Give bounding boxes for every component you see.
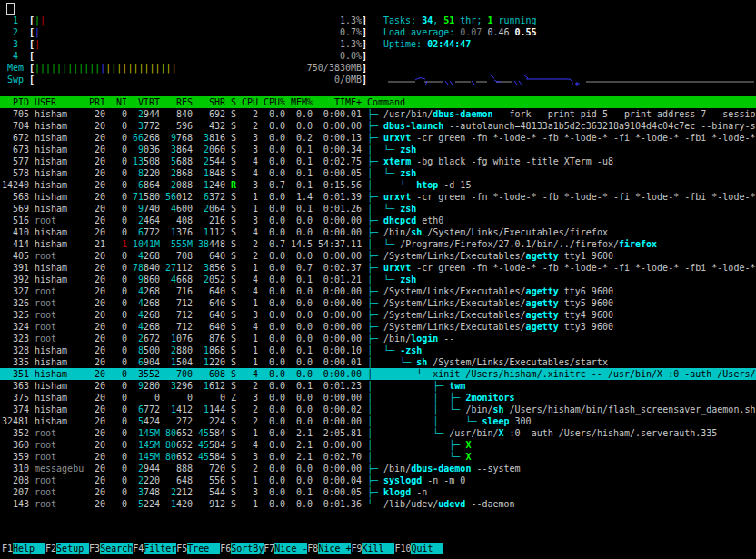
text-segment: S bbox=[231, 145, 236, 155]
column-header-cpup[interactable]: CPU% bbox=[264, 96, 285, 108]
process-row-351[interactable]: 351hisham2003552700608S40.00.00:00.00│ └… bbox=[0, 368, 756, 380]
cell-cpup: 0.0 bbox=[264, 108, 285, 120]
cell-cpu: 4 bbox=[242, 155, 258, 167]
process-row-705[interactable]: 705hisham2002944840692S20.00.00:00.01├─ … bbox=[0, 108, 756, 120]
process-row-578[interactable]: 578hisham200822028681848S40.00.10:00.05│… bbox=[0, 167, 756, 179]
column-header-pri[interactable]: PRI bbox=[89, 96, 105, 108]
process-row-375[interactable]: 375hisham200000Z30.00.00:00.00│ │ ├─ 2mo… bbox=[0, 392, 756, 404]
process-row-672[interactable]: 672hisham2006626897683816S30.00.20:00.13… bbox=[0, 132, 756, 144]
process-row-673[interactable]: 673hisham200903638642060S30.00.10:00.34│… bbox=[0, 144, 756, 155]
cpu2-meter-value: 0.7% bbox=[340, 26, 362, 38]
text-segment: -zsh bbox=[400, 345, 422, 355]
process-row-360[interactable]: 360root200145M8065245584S40.02.10:00.00│… bbox=[0, 439, 756, 451]
fn-f10-quit[interactable]: F10Quit bbox=[394, 543, 443, 554]
mem-meter-value: 750/3830MB bbox=[307, 62, 362, 74]
process-row-325[interactable]: 325root2004268712640S30.00.00:00.00├─ /S… bbox=[0, 309, 756, 321]
process-row-359[interactable]: 359root200145M8065245584S30.02.10:02.70│… bbox=[0, 451, 756, 463]
text-segment: 880 bbox=[176, 345, 193, 355]
process-row-208[interactable]: 208root2002220648556S10.00.00:00.04├─ sy… bbox=[0, 474, 756, 486]
process-row-405[interactable]: 405root2004268708640S20.00.00:00.00├─ /S… bbox=[0, 250, 756, 262]
text-segment: 420 bbox=[176, 499, 193, 509]
process-row-352[interactable]: 352root200145M8065245584S10.02.12:05.81│… bbox=[0, 427, 756, 439]
process-row-326[interactable]: 326root2004268712640S10.00.00:00.00├─ /S… bbox=[0, 297, 756, 309]
process-row-324[interactable]: 324root2004268712640S40.00.00:00.00├─ /S… bbox=[0, 321, 756, 333]
fn-f6-sortby[interactable]: F6SortBy bbox=[220, 543, 264, 554]
text-segment: │ ├─ bbox=[367, 440, 465, 450]
process-row-323[interactable]: 323root20026721076876S10.00.00:00.00├─ /… bbox=[0, 333, 756, 344]
column-header-s[interactable]: S bbox=[231, 96, 236, 108]
cell-time: 0:00.01 bbox=[318, 108, 362, 120]
cell-pid: 405 bbox=[2, 250, 29, 262]
process-row-335[interactable]: 335hisham200690415041220S10.00.00:00.01│… bbox=[0, 356, 756, 368]
column-header-time[interactable]: TIME+ bbox=[318, 96, 362, 108]
column-header-res[interactable]: RES bbox=[165, 96, 193, 108]
process-row-14240[interactable]: 14240hisham200686420881240R30.70.10:15.5… bbox=[0, 179, 756, 191]
cell-virt: 2220 bbox=[133, 474, 160, 486]
cell-virt: 71580 bbox=[133, 191, 160, 203]
process-row-704[interactable]: 704hisham2003772596432S20.00.00:00.00├─ … bbox=[0, 120, 756, 132]
process-row-516[interactable]: 516root2002464408216S30.00.00:00.00├─ dh… bbox=[0, 215, 756, 226]
cell-pri: 20 bbox=[89, 132, 105, 144]
cell-pri: 20 bbox=[89, 333, 105, 344]
cell-cpu: 1 bbox=[242, 427, 258, 439]
text-segment: 0:02.37 bbox=[323, 263, 362, 273]
cell-s: Z bbox=[231, 392, 236, 404]
column-header-virt[interactable]: VIRT bbox=[133, 96, 160, 108]
text-segment: login bbox=[411, 334, 438, 344]
fn-f2-setup[interactable]: F2Setup bbox=[45, 543, 89, 554]
text-segment: 1 bbox=[253, 334, 258, 344]
process-row-569[interactable]: 569hisham200974046002064S10.00.10:01.26│… bbox=[0, 203, 756, 215]
process-row-577[interactable]: 577hisham2001350856882544S40.00.10:02.75… bbox=[0, 155, 756, 167]
process-row-414[interactable]: 414hisham2111041M555M38448S20.714.554:37… bbox=[0, 238, 756, 250]
cell-memp: 0.0 bbox=[291, 297, 313, 309]
process-row-392[interactable]: 392hisham200986046682052S40.00.10:01.21│… bbox=[0, 274, 756, 285]
fn-f5-tree[interactable]: F5Tree bbox=[176, 543, 220, 554]
text-segment: 0.0 bbox=[269, 487, 285, 497]
text-segment: 0:01.26 bbox=[323, 204, 362, 214]
process-row-207[interactable]: 207root20037482212544S30.00.10:00.05├─ k… bbox=[0, 486, 756, 498]
cell-shr: 3816 bbox=[198, 132, 225, 144]
fn-f9-kill[interactable]: F9Kill bbox=[351, 543, 394, 554]
process-row-32481[interactable]: 32481hisham2005424272224S20.00.00:00.00│… bbox=[0, 415, 756, 427]
column-header-ni[interactable]: NI bbox=[111, 96, 127, 108]
cell-res: 3864 bbox=[165, 144, 193, 155]
column-header-memp[interactable]: MEM% bbox=[291, 96, 313, 108]
fn-f7-nice--[interactable]: F7Nice - bbox=[264, 543, 307, 554]
fn-f4-filter[interactable]: F4Filter bbox=[133, 543, 176, 554]
text-segment: 0.1 bbox=[296, 168, 313, 178]
fn-f1-help[interactable]: F1Help bbox=[2, 543, 45, 554]
column-header-user[interactable]: USER bbox=[35, 96, 84, 108]
text-segment: 0.0 bbox=[269, 263, 285, 273]
fn-f3-search[interactable]: F3Search bbox=[89, 543, 133, 554]
text-segment: 0 bbox=[122, 156, 127, 166]
column-header-pid[interactable]: PID bbox=[2, 96, 29, 108]
text-segment: 0.0 bbox=[296, 121, 313, 131]
column-header-cmd[interactable]: Command bbox=[367, 97, 405, 107]
column-header-shr[interactable]: SHR bbox=[198, 96, 225, 108]
text-segment: 0.0 bbox=[269, 322, 285, 332]
process-row-568[interactable]: 568hisham20071580560126372S10.01.40:01.3… bbox=[0, 191, 756, 203]
cell-shr: 692 bbox=[198, 108, 225, 120]
process-row-327[interactable]: 327root2004268716640S40.00.00:00.00├─ /S… bbox=[0, 285, 756, 297]
process-row-363[interactable]: 363hisham200928032961612S20.00.10:01.23│… bbox=[0, 380, 756, 392]
process-row-374[interactable]: 374hisham200677214121144S20.00.00:00.02│… bbox=[0, 404, 756, 415]
text-segment: 405 bbox=[13, 251, 29, 261]
cell-memp: 0.0 bbox=[291, 415, 313, 427]
text-segment: 0.0 bbox=[269, 428, 285, 438]
text-segment: 688 bbox=[176, 156, 193, 166]
process-row-410[interactable]: 410hisham200677213761112S40.00.00:00.00├… bbox=[0, 226, 756, 238]
fn-f8-nice-+[interactable]: F8Nice + bbox=[307, 543, 351, 554]
process-row-310[interactable]: 310messagebu2002944888720S20.00.00:00.00… bbox=[0, 463, 756, 474]
text-segment: 0:00.05 bbox=[323, 487, 362, 497]
process-row-143[interactable]: 143root20052241420912S10.00.00:01.36└─ /… bbox=[0, 498, 756, 510]
cell-command: │ │ ├─ 2monitors bbox=[367, 393, 515, 403]
cell-cpu: 3 bbox=[242, 392, 258, 404]
text-segment: 335 bbox=[13, 357, 29, 367]
cell-pri: 20 bbox=[89, 226, 105, 238]
process-row-391[interactable]: 391hisham20078840271123856S10.00.70:02.3… bbox=[0, 262, 756, 274]
text-segment: 207 bbox=[13, 487, 29, 497]
cell-user: hisham bbox=[35, 356, 84, 368]
process-row-328[interactable]: 328hisham200850028801868S10.00.10:00.10│… bbox=[0, 344, 756, 356]
column-header-cpu[interactable]: CPU bbox=[242, 96, 258, 108]
cell-ni: 0 bbox=[111, 392, 127, 404]
